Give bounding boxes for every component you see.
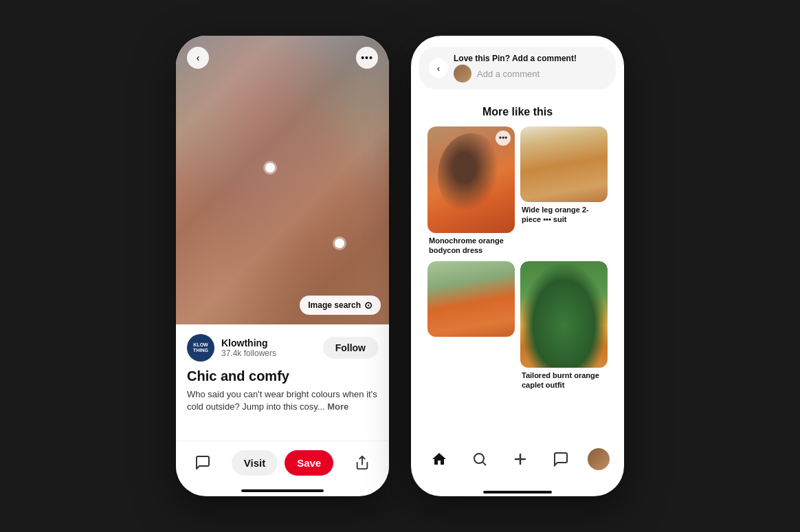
visit-button[interactable]: Visit (232, 450, 278, 476)
hotspot-1[interactable] (265, 163, 275, 173)
creator-followers: 37.4k followers (221, 348, 276, 358)
more-options-button[interactable]: ••• (356, 47, 378, 69)
image-top-bar: ‹ ••• (176, 47, 389, 69)
pin-title: Chic and comfy (187, 368, 378, 384)
save-button[interactable]: Save (285, 450, 333, 476)
profile-nav-button[interactable] (588, 448, 610, 470)
grid-item-4[interactable] (427, 261, 515, 390)
messages-nav-button[interactable] (547, 445, 575, 473)
grid-item-label-1: Monochrome orange bodycon dress (427, 236, 515, 256)
grid-image-2 (520, 126, 608, 202)
bottom-nav (419, 437, 616, 487)
grid-item-2[interactable]: Wide leg orange 2-piece ••• suit (520, 126, 608, 256)
creator-info: Klowthing 37.4k followers (221, 337, 276, 358)
more-link[interactable]: More (327, 401, 348, 412)
back-button[interactable]: ‹ (187, 47, 209, 69)
right-home-indicator (483, 491, 552, 494)
grid-item-3[interactable]: Tailored burnt orange caplet outfit (520, 261, 608, 390)
creator-row: KLOWTHING Klowthing 37.4k followers Foll… (187, 334, 378, 362)
grid-item-label-2: Wide leg orange 2-piece ••• suit (520, 205, 608, 225)
share-button[interactable] (349, 450, 375, 476)
svg-line-2 (483, 463, 486, 465)
comment-content: Love this Pin? Add a comment! Add a comm… (454, 54, 606, 82)
hotspot-2[interactable] (335, 239, 344, 248)
comment-placeholder[interactable]: Add a comment (477, 69, 540, 79)
home-nav-button[interactable] (425, 445, 453, 473)
pin-info: KLOWTHING Klowthing 37.4k followers Foll… (176, 324, 389, 441)
home-indicator (241, 489, 324, 492)
search-nav-button[interactable] (466, 445, 493, 473)
creator-name[interactable]: Klowthing (221, 337, 276, 348)
left-phone-content: ‹ ••• Image search ⊙ (176, 36, 389, 496)
grid-image-4 (427, 261, 515, 337)
action-buttons: Visit Save (232, 450, 333, 476)
more-like-this-section: More like this ••• Monochrome orange bod… (419, 96, 616, 432)
right-phone-content: ‹ Love this Pin? Add a comment! Add a co… (411, 36, 624, 496)
left-phone: ‹ ••• Image search ⊙ (176, 36, 389, 496)
pin-image: ‹ ••• Image search ⊙ (176, 36, 389, 324)
grid-item-1[interactable]: ••• Monochrome orange bodycon dress (427, 126, 515, 256)
grid-item-dots-1[interactable]: ••• (496, 131, 511, 146)
bottom-action-bar: Visit Save (176, 441, 389, 489)
follow-button[interactable]: Follow (323, 337, 378, 359)
commenter-avatar (454, 65, 471, 82)
creator-left: KLOWTHING Klowthing 37.4k followers (187, 334, 276, 362)
comment-input-row: Add a comment (454, 65, 606, 82)
image-search-label: Image search (308, 300, 361, 310)
comment-prompt: Love this Pin? Add a comment! (454, 54, 606, 63)
comment-button[interactable] (190, 450, 216, 476)
create-nav-button[interactable] (507, 445, 534, 473)
creator-avatar[interactable]: KLOWTHING (187, 334, 214, 362)
comment-bar: ‹ Love this Pin? Add a comment! Add a co… (419, 47, 616, 89)
comment-back-button[interactable]: ‹ (429, 58, 448, 78)
image-search-icon: ⊙ (364, 300, 373, 311)
grid-image-3 (520, 261, 608, 368)
section-title: More like this (427, 106, 608, 118)
image-search-button[interactable]: Image search ⊙ (300, 296, 381, 315)
svg-point-1 (474, 454, 484, 463)
grid-item-label-3: Tailored burnt orange caplet outfit (520, 370, 608, 390)
recommendations-grid: ••• Monochrome orange bodycon dress Wide… (427, 126, 608, 390)
image-background (176, 36, 389, 324)
right-phone: ‹ Love this Pin? Add a comment! Add a co… (411, 36, 624, 496)
pin-description: Who said you can't wear bright colours w… (187, 388, 378, 413)
